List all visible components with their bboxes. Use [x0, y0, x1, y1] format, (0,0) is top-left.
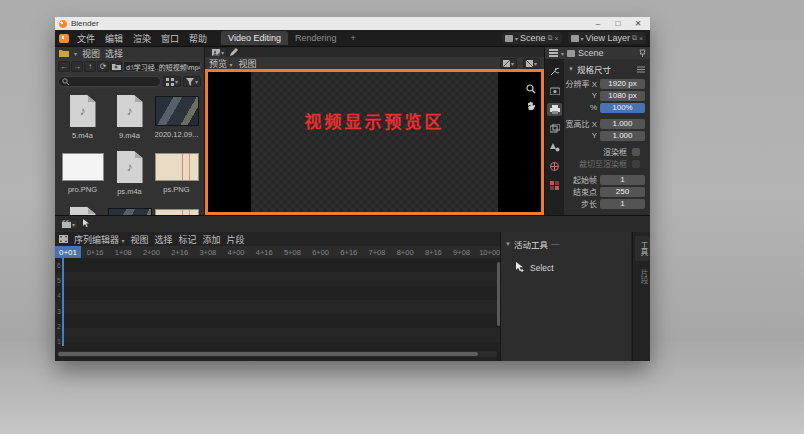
active-tool-panel-header[interactable]: ▼ 活动工具 —	[501, 232, 631, 254]
sq-menu-add[interactable]: 添加	[203, 233, 221, 246]
format-panel-header[interactable]: ▼ 规格尺寸	[564, 61, 647, 78]
resolution-x-field[interactable]: 1920 px	[600, 79, 645, 89]
frame-end-field[interactable]: 250	[600, 187, 645, 197]
file-item[interactable]: pro.PNG	[59, 148, 106, 204]
ruler-tick: 1+08	[109, 248, 137, 257]
file-grid: ♪ 5.m4a ♪ 9.m4a 2020.12.09... pro.PNG	[55, 89, 204, 215]
file-item[interactable]	[153, 204, 200, 215]
menu-help[interactable]: 帮助	[185, 31, 211, 46]
ruler-tick: 0+16	[81, 248, 109, 257]
pin-icon[interactable]	[639, 49, 646, 57]
texture-tab-icon[interactable]	[547, 179, 562, 192]
new-folder-button[interactable]	[110, 61, 122, 72]
crop-border-checkbox[interactable]	[632, 160, 640, 168]
horizontal-scrollbar[interactable]	[57, 351, 497, 357]
file-name: 5.m4a	[72, 131, 93, 140]
timeline-ruler[interactable]: 0+01 0+16 1+08 2+00 2+16 3+08 4+00 4+16 …	[55, 246, 502, 258]
select-tool-icon[interactable]	[82, 219, 92, 229]
output-tab-icon[interactable]	[547, 103, 562, 116]
timeline-tracks[interactable]: 6 5 4 3 2 1	[55, 258, 502, 346]
annotate-tool-icon[interactable]	[230, 48, 238, 56]
playhead[interactable]	[62, 258, 64, 346]
scene-selector[interactable]: ▾ Scene ⧉ ×	[502, 32, 562, 44]
new-layer-icon[interactable]: ⧉	[632, 34, 637, 42]
sq-menu-view[interactable]: 视图	[131, 233, 149, 246]
frame-end-row: 结束点 250	[564, 186, 647, 197]
menu-window[interactable]: 窗口	[157, 31, 183, 46]
sidebar-tab-strip-tab[interactable]: 片段	[635, 264, 650, 289]
search-icon	[62, 78, 70, 86]
render-tab-icon[interactable]	[547, 84, 562, 97]
frame-step-field[interactable]: 1	[600, 199, 645, 209]
render-border-checkbox[interactable]	[632, 148, 640, 156]
forward-button[interactable]: →	[71, 61, 83, 72]
minimize-button[interactable]: –	[590, 19, 606, 28]
menu-render[interactable]: 渲染	[129, 31, 155, 46]
back-button[interactable]: ←	[58, 61, 70, 72]
scene-tab-icon[interactable]	[547, 141, 562, 154]
horizontal-scrollbar-thumb[interactable]	[58, 352, 478, 356]
refresh-button[interactable]: ⟳	[97, 61, 109, 72]
tab-video-editing[interactable]: Video Editing	[221, 31, 288, 45]
tab-rendering[interactable]: Rendering	[288, 31, 344, 45]
frame-start-field[interactable]: 1	[600, 175, 645, 185]
remove-layer-icon[interactable]: ×	[639, 35, 643, 42]
aspect-x-field[interactable]: 1.000	[600, 119, 645, 129]
preview-mode-dropdown[interactable]: 预览 ▾	[209, 57, 233, 70]
sq-menu-marker[interactable]: 标记	[179, 233, 197, 246]
filter-button[interactable]: ▾	[183, 76, 201, 87]
properties-editor: ▾ Scene	[545, 47, 650, 215]
ruler-tick: 2+00	[137, 248, 165, 257]
audio-file-icon: ♪	[70, 95, 96, 127]
search-input[interactable]	[58, 76, 161, 87]
current-frame-indicator[interactable]: 0+01	[55, 246, 81, 258]
sequencer-editor-type-button[interactable]: ▾	[59, 219, 78, 230]
new-scene-icon[interactable]: ⧉	[547, 34, 552, 42]
path-input[interactable]: d:\学习经..的短视频\mp4\	[123, 61, 201, 72]
parent-dir-button[interactable]: ↑	[84, 61, 96, 72]
unlink-scene-icon[interactable]: ×	[554, 35, 558, 42]
file-item[interactable]: ps.PNG	[153, 148, 200, 204]
preview-menu-view[interactable]: 视图	[239, 57, 257, 70]
file-item[interactable]: ♪ 9.m4a	[106, 92, 153, 148]
folder-icon[interactable]	[59, 49, 69, 57]
tool-tab-icon[interactable]	[547, 65, 562, 78]
file-item[interactable]: ♪	[59, 204, 106, 215]
presets-icon[interactable]	[637, 66, 645, 73]
sidebar-tab-tool[interactable]: 工具	[635, 236, 650, 261]
sq-menu-strip[interactable]: 片段	[227, 233, 245, 246]
scene-breadcrumb-icon	[567, 50, 575, 57]
menu-edit[interactable]: 编辑	[101, 31, 127, 46]
format-panel-title: 规格尺寸	[577, 63, 611, 75]
view-layer-selector[interactable]: ▾ View Layer ⧉ ×	[568, 32, 646, 44]
resolution-pct-label: %	[564, 103, 600, 112]
resolution-pct-field[interactable]: 100%	[600, 103, 645, 113]
fb-menu-select[interactable]: 选择	[105, 47, 123, 60]
display-mode-button[interactable]: ▾	[163, 76, 181, 87]
close-button[interactable]: ✕	[630, 19, 646, 28]
pan-hand-icon[interactable]	[526, 101, 536, 111]
select-tool-row[interactable]: Select	[501, 254, 631, 273]
shading-toggle-button[interactable]: ▾	[500, 58, 517, 69]
sq-menu-select[interactable]: 选择	[155, 233, 173, 246]
file-item[interactable]: ♪ ps.m4a	[106, 148, 153, 204]
blender-menu-icon[interactable]	[59, 34, 69, 43]
preview-icon-row: ▾	[205, 47, 544, 57]
resolution-y-field[interactable]: 1080 px	[600, 91, 645, 101]
aspect-y-field[interactable]: 1.000	[600, 131, 645, 141]
file-item[interactable]: 2020.12.09...	[153, 92, 200, 148]
menu-file[interactable]: 文件	[73, 31, 99, 46]
overlay-toggle-button[interactable]: ▾	[523, 58, 540, 69]
resolution-y-row: Y 1080 px	[564, 90, 647, 101]
maximize-button[interactable]: □	[610, 19, 626, 28]
sequencer-display-dropdown[interactable]: 序列编辑器 ▾	[74, 233, 125, 246]
world-tab-icon[interactable]	[547, 160, 562, 173]
video-preview-canvas[interactable]: 视频显示预览区	[205, 69, 544, 215]
file-item[interactable]	[106, 204, 153, 215]
file-item[interactable]: ♪ 5.m4a	[59, 92, 106, 148]
zoom-icon[interactable]	[526, 84, 536, 94]
view-layer-tab-icon[interactable]	[547, 122, 562, 135]
fb-menu-view[interactable]: 视图	[82, 47, 100, 60]
properties-editor-icon[interactable]	[549, 49, 558, 57]
tab-add-workspace[interactable]: +	[343, 31, 362, 45]
